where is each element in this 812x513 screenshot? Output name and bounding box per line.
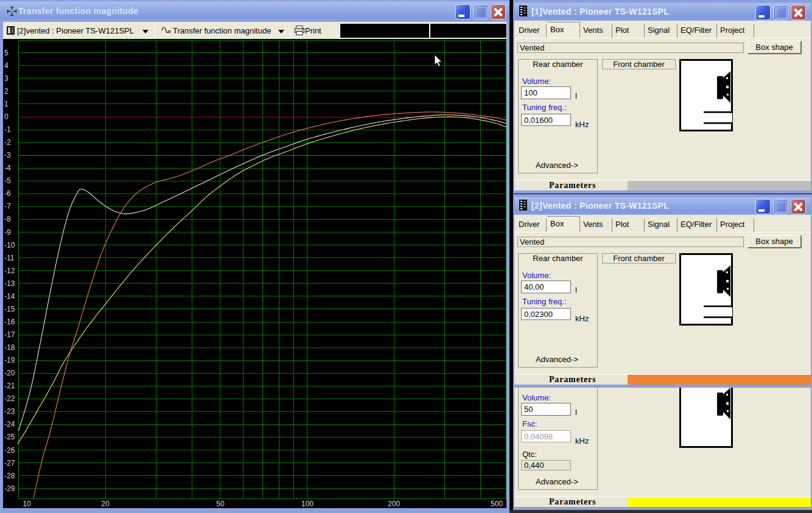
svg-text:-5: -5 bbox=[4, 176, 11, 185]
svg-text:-9: -9 bbox=[4, 228, 11, 237]
svg-text:-15: -15 bbox=[4, 305, 15, 313]
svg-text:-28: -28 bbox=[4, 472, 15, 480]
svg-text:-13: -13 bbox=[4, 279, 15, 288]
svg-text:-26: -26 bbox=[4, 446, 15, 455]
svg-text:0: 0 bbox=[4, 113, 9, 121]
svg-text:5: 5 bbox=[4, 49, 9, 57]
svg-text:-16: -16 bbox=[4, 318, 15, 326]
svg-text:-23: -23 bbox=[4, 407, 15, 416]
svg-text:-18: -18 bbox=[4, 343, 15, 352]
svg-text:-22: -22 bbox=[4, 394, 15, 403]
svg-text:-7: -7 bbox=[4, 202, 11, 211]
svg-text:200: 200 bbox=[388, 500, 400, 508]
svg-text:-19: -19 bbox=[4, 356, 15, 365]
svg-text:100: 100 bbox=[301, 500, 313, 508]
svg-text:500: 500 bbox=[491, 500, 503, 508]
svg-text:2: 2 bbox=[4, 87, 9, 96]
svg-text:4: 4 bbox=[4, 61, 9, 70]
svg-text:-11: -11 bbox=[4, 254, 15, 262]
svg-text:-10: -10 bbox=[4, 241, 15, 250]
svg-text:-3: -3 bbox=[4, 151, 11, 159]
svg-text:-2: -2 bbox=[4, 138, 11, 147]
svg-text:-20: -20 bbox=[4, 369, 15, 377]
svg-text:1: 1 bbox=[4, 100, 9, 108]
svg-text:-17: -17 bbox=[4, 330, 15, 339]
svg-text:-24: -24 bbox=[4, 420, 15, 428]
svg-text:-4: -4 bbox=[4, 164, 11, 172]
svg-text:50: 50 bbox=[216, 500, 225, 508]
svg-text:-1: -1 bbox=[4, 125, 11, 134]
svg-text:-27: -27 bbox=[4, 459, 15, 467]
svg-text:-8: -8 bbox=[4, 215, 11, 223]
svg-text:-29: -29 bbox=[4, 484, 15, 493]
svg-text:20: 20 bbox=[101, 500, 110, 508]
svg-text:3: 3 bbox=[4, 74, 9, 83]
svg-text:-6: -6 bbox=[4, 189, 11, 198]
svg-text:-12: -12 bbox=[4, 267, 15, 275]
svg-text:-14: -14 bbox=[4, 292, 15, 301]
svg-text:-25: -25 bbox=[4, 433, 15, 441]
svg-text:-21: -21 bbox=[4, 382, 15, 390]
svg-text:10: 10 bbox=[23, 500, 31, 508]
